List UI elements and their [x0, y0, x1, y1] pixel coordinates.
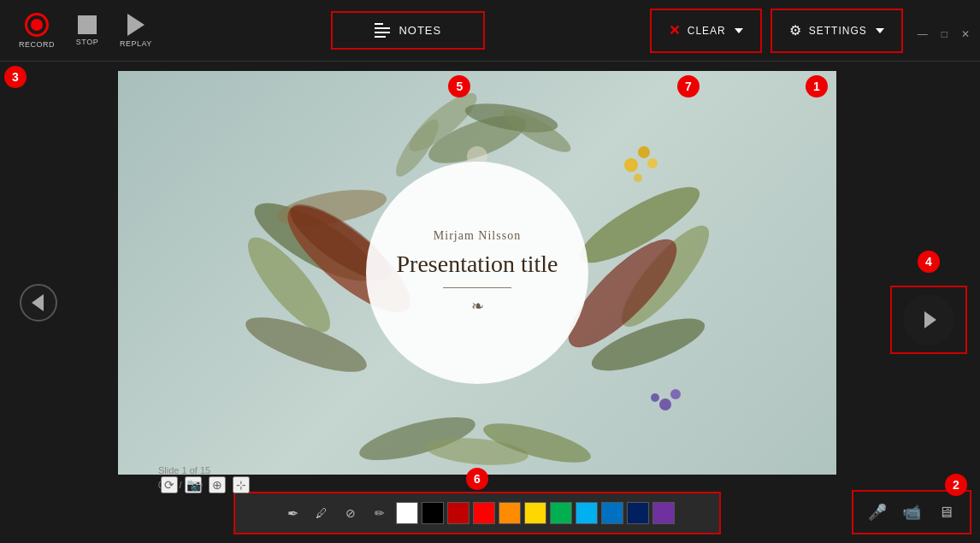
svg-point-17 — [647, 158, 658, 168]
right-nav: 4 — [877, 62, 980, 543]
badge-1: 1 — [806, 75, 828, 97]
restore-button[interactable]: □ — [938, 27, 951, 42]
replay-label: REPLAY — [120, 39, 152, 48]
next-slide-preview — [890, 286, 967, 354]
slide-divider — [443, 287, 511, 288]
svg-point-22 — [356, 408, 480, 469]
replay-button[interactable]: REPLAY — [109, 7, 162, 55]
stop-button[interactable]: STOP — [65, 9, 109, 53]
badge-6: 6 — [466, 468, 488, 490]
svg-point-7 — [240, 306, 373, 382]
color-dark-red[interactable] — [447, 502, 469, 524]
bottom-left-icons: ⟳ 📷 ⊕ ⊹ — [161, 476, 250, 493]
next-slide-button[interactable] — [903, 294, 954, 345]
color-blue[interactable] — [601, 502, 623, 524]
settings-label: SETTINGS — [809, 25, 867, 37]
slide-background: Mirjam Nilsson Presentation title ❧ — [118, 71, 836, 475]
camera-icon[interactable]: 📷 — [185, 476, 202, 493]
color-orange[interactable] — [499, 502, 521, 524]
record-label: RECORD — [19, 40, 55, 49]
slide-circle: Mirjam Nilsson Presentation title ❧ — [366, 162, 588, 384]
close-button[interactable]: ✕ — [958, 27, 973, 42]
top-center: NOTES — [171, 0, 646, 61]
clear-button[interactable]: ✕ CLEAR — [650, 9, 762, 53]
svg-point-21 — [651, 393, 659, 402]
color-red[interactable] — [473, 502, 495, 524]
laser-tool-button[interactable]: ✏ — [367, 500, 393, 526]
ink-replay-icon[interactable]: ⟳ — [161, 476, 178, 493]
highlighter-tool-button[interactable]: 🖊 — [309, 500, 334, 526]
record-icon — [25, 13, 49, 37]
prev-slide-button[interactable] — [20, 284, 57, 322]
main-content: 3 5 7 1 — [0, 62, 980, 543]
laser-pointer-icon[interactable]: ⊹ — [233, 476, 250, 493]
recording-controls: RECORD STOP REPLAY — [0, 0, 171, 61]
settings-button[interactable]: ⚙ SETTINGS — [770, 9, 903, 53]
svg-point-19 — [659, 398, 671, 410]
color-teal[interactable] — [576, 502, 598, 524]
stop-icon — [78, 15, 97, 34]
badge-4: 4 — [918, 251, 940, 273]
record-button[interactable]: RECORD — [9, 6, 65, 56]
svg-point-8 — [275, 182, 389, 232]
svg-point-5 — [245, 189, 385, 294]
screen-share-button[interactable]: 🖥 — [930, 497, 961, 528]
slide-area: 5 7 1 — [77, 62, 877, 543]
notes-label: NOTES — [398, 24, 441, 37]
minimize-button[interactable]: — — [914, 27, 931, 42]
slide-container: 5 7 1 — [118, 71, 836, 475]
svg-point-13 — [586, 308, 710, 381]
top-right-actions: ✕ CLEAR ⚙ SETTINGS — □ ✕ — [646, 0, 980, 61]
color-green[interactable] — [550, 502, 572, 524]
svg-point-20 — [670, 389, 681, 399]
badge-2: 2 — [945, 474, 967, 496]
window-controls: — □ ✕ — [907, 20, 980, 42]
camera-toggle-button[interactable]: 📹 — [896, 497, 927, 528]
svg-point-4 — [499, 103, 576, 159]
color-purple[interactable] — [652, 502, 675, 524]
pen-tool-button[interactable]: ✒ — [280, 500, 305, 526]
slide-ornament: ❧ — [471, 297, 484, 316]
top-bar: RECORD STOP REPLAY NOTES — [0, 0, 980, 62]
replay-icon — [127, 14, 145, 36]
chevron-down-icon — [735, 28, 743, 33]
badge-5: 5 — [448, 75, 470, 97]
svg-point-18 — [634, 174, 642, 182]
media-controls: 🎤 📹 🖥 — [852, 490, 971, 534]
badge-7: 7 — [677, 75, 700, 97]
color-black[interactable] — [422, 502, 444, 524]
arrow-left-icon — [32, 294, 44, 311]
svg-point-16 — [638, 146, 650, 158]
color-dark-blue[interactable] — [627, 502, 649, 524]
left-nav — [0, 62, 77, 543]
clear-label: CLEAR — [688, 25, 726, 37]
slide-title: Presentation title — [397, 250, 558, 279]
badge-3: 3 — [4, 66, 27, 88]
svg-point-23 — [425, 434, 529, 468]
stop-label: STOP — [76, 38, 98, 46]
gear-icon: ⚙ — [789, 22, 802, 38]
slide-subtitle: Mirjam Nilsson — [434, 229, 521, 243]
notes-icon — [375, 23, 390, 38]
svg-point-1 — [402, 85, 484, 159]
svg-point-6 — [236, 227, 342, 343]
svg-point-11 — [571, 174, 709, 274]
pointer-icon[interactable]: ⊕ — [209, 476, 226, 493]
color-yellow[interactable] — [524, 502, 546, 524]
svg-point-15 — [624, 158, 638, 172]
microphone-button[interactable]: 🎤 — [862, 497, 893, 528]
color-white[interactable] — [396, 502, 418, 524]
svg-point-2 — [463, 97, 559, 138]
settings-chevron-icon — [876, 28, 884, 33]
svg-point-24 — [480, 415, 594, 470]
notes-button[interactable]: NOTES — [331, 11, 485, 50]
x-icon: ✕ — [669, 22, 681, 38]
svg-point-12 — [610, 215, 721, 337]
arrow-right-icon — [924, 311, 936, 328]
eraser-tool-button[interactable]: ⊘ — [338, 500, 363, 526]
drawing-toolbar: ✒ 🖊 ⊘ ✏ — [233, 492, 721, 534]
